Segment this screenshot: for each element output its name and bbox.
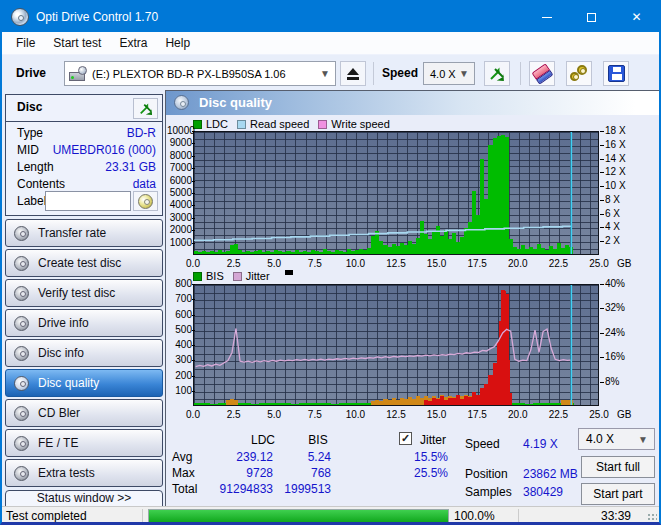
- settings-button[interactable]: [566, 61, 592, 86]
- x-axis-tick: 7.5: [295, 410, 335, 420]
- disc-icon: [14, 226, 29, 241]
- menu-help[interactable]: Help: [156, 32, 199, 54]
- top-chart-legend: LDCRead speedWrite speed: [193, 117, 399, 131]
- cd-icon: [138, 194, 153, 209]
- disc-label-input[interactable]: [45, 191, 131, 211]
- disc-group-title: Disc: [17, 100, 42, 114]
- samples-label: Samples: [465, 485, 512, 499]
- disc-length-value: 23.31 GB: [105, 160, 156, 174]
- gears-icon: [570, 65, 588, 83]
- x-axis-tick: 25.0: [579, 410, 619, 420]
- sidebar-item-cd-bler[interactable]: CD Bler: [5, 399, 163, 427]
- divider: [6, 121, 162, 122]
- menu-file[interactable]: File: [7, 32, 44, 54]
- refresh-speed-button[interactable]: [484, 61, 510, 86]
- bottom-chart-plot: [193, 284, 599, 406]
- disc-icon: [14, 406, 29, 421]
- maximize-button[interactable]: [569, 2, 614, 32]
- status-window-button[interactable]: Status window >>: [5, 490, 163, 507]
- status-text: Test completed: [6, 509, 87, 523]
- disc-quality-icon: [174, 95, 189, 110]
- x-axis-tick: 15.0: [417, 259, 457, 269]
- position-label: Position: [465, 467, 508, 481]
- legend-item: Read speed: [237, 118, 309, 130]
- x-axis-tick: 17.5: [457, 410, 497, 420]
- speed-select[interactable]: 4.0 X ▼: [423, 62, 475, 85]
- resize-grip-icon[interactable]: [647, 513, 657, 523]
- refresh-disc-button[interactable]: [133, 98, 158, 119]
- legend-label: LDC: [206, 118, 228, 130]
- y-axis-tick-left: 400: [167, 340, 192, 350]
- sidebar-item-transfer-rate[interactable]: Transfer rate: [5, 219, 163, 247]
- x-axis-tick: 2.5: [214, 259, 254, 269]
- toolbar: Drive (E:) PLEXTOR BD-R PX-LB950SA 1.06 …: [2, 54, 659, 91]
- x-axis-tick: 17.5: [457, 259, 497, 269]
- x-axis-tick: 22.5: [538, 259, 578, 269]
- y-axis-tick-left: 6000: [167, 176, 192, 186]
- legend-item: Jitter: [233, 270, 270, 282]
- disc-contents-value: data: [133, 177, 156, 191]
- avg-row-label: Avg: [172, 450, 192, 464]
- menu-start-test[interactable]: Start test: [44, 32, 110, 54]
- disc-icon: [14, 316, 29, 331]
- disc-icon: [14, 466, 29, 481]
- legend-swatch: [193, 272, 202, 281]
- legend-marker: [285, 270, 293, 275]
- disc-mid-value: UMEBDR016 (000): [53, 143, 156, 157]
- drive-label: Drive: [16, 55, 46, 92]
- y-axis-tick-right: 2 X: [600, 236, 620, 246]
- x-axis-tick: 7.5: [295, 259, 335, 269]
- drive-select[interactable]: (E:) PLEXTOR BD-R PX-LB950SA 1.06 ▼: [64, 61, 336, 86]
- test-speed-value: 4.0 X: [586, 432, 614, 446]
- eraser-icon: [531, 63, 553, 84]
- legend-swatch: [318, 120, 327, 129]
- sidebar-item-label: Create test disc: [38, 256, 121, 270]
- disc-icon: [14, 256, 29, 271]
- disc-icon: [14, 346, 29, 361]
- start-part-button[interactable]: Start part: [581, 483, 655, 505]
- menu-extra[interactable]: Extra: [110, 32, 156, 54]
- x-axis-tick: 2.5: [214, 410, 254, 420]
- erase-disc-button[interactable]: [529, 61, 555, 86]
- y-axis-tick-left: 4000: [167, 200, 192, 210]
- save-button[interactable]: [603, 61, 629, 86]
- sidebar-item-disc-quality[interactable]: Disc quality: [5, 369, 163, 397]
- start-full-button[interactable]: Start full: [581, 456, 655, 478]
- window-title: Opti Drive Control 1.70: [36, 2, 158, 32]
- legend-item: Write speed: [318, 118, 390, 130]
- samples-value: 380429: [523, 485, 563, 499]
- disc-label-button[interactable]: [133, 191, 158, 211]
- sidebar-item-verify-test-disc[interactable]: Verify test disc: [5, 279, 163, 307]
- y-axis-tick-left: 500: [167, 325, 192, 335]
- legend-label: Jitter: [246, 270, 270, 282]
- jitter-checkbox[interactable]: ✓: [399, 432, 412, 445]
- y-axis-tick-right: 16%: [600, 352, 625, 362]
- sidebar-item-disc-info[interactable]: Disc info: [5, 339, 163, 367]
- bis-column-header: BIS: [290, 433, 346, 447]
- sidebar-item-create-test-disc[interactable]: Create test disc: [5, 249, 163, 277]
- test-speed-select[interactable]: 4.0 X ▼: [578, 428, 655, 450]
- minimize-icon: [542, 17, 552, 18]
- drive-icon: [69, 66, 87, 81]
- sidebar-item-drive-info[interactable]: Drive info: [5, 309, 163, 337]
- title-bar: Opti Drive Control 1.70 ✕: [2, 2, 659, 32]
- speed-result-value: 4.19 X: [523, 437, 558, 451]
- sidebar-item-extra-tests[interactable]: Extra tests: [5, 459, 163, 487]
- x-axis-tick: 15.0: [417, 410, 457, 420]
- x-axis-unit: GB: [617, 410, 631, 420]
- jitter-checkbox-label: Jitter: [420, 433, 446, 447]
- avg-jitter-value: 15.5%: [368, 450, 448, 464]
- disc-length-label: Length: [17, 160, 54, 174]
- legend-label: Write speed: [331, 118, 390, 130]
- disc-icon: [14, 436, 29, 451]
- refresh-arrows-icon: [489, 66, 505, 82]
- maximize-icon: [587, 13, 596, 22]
- minimize-button[interactable]: [524, 2, 569, 32]
- close-button[interactable]: ✕: [614, 2, 659, 32]
- eject-button[interactable]: [340, 61, 366, 86]
- sidebar-item-fe-te[interactable]: FE / TE: [5, 429, 163, 457]
- disc-quality-panel: Disc quality LDCRead speedWrite speed BI…: [165, 90, 661, 507]
- progress-bar: [148, 509, 449, 523]
- x-axis-tick: 5.0: [254, 259, 294, 269]
- eject-icon: [347, 68, 359, 80]
